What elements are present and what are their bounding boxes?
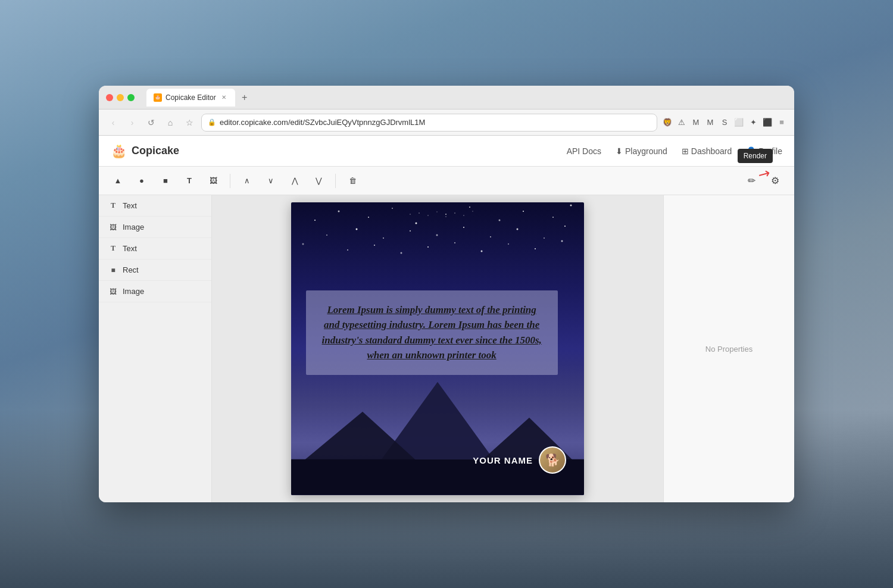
svg-point-14 <box>410 230 411 232</box>
home-button[interactable]: ⌂ <box>163 115 177 130</box>
move-down-btn[interactable]: ∨ <box>261 171 280 190</box>
more-button[interactable]: ≡ <box>776 117 787 128</box>
dashboard-icon: ⊞ <box>682 146 689 156</box>
circle-tool[interactable]: ● <box>132 171 151 190</box>
skype-icon[interactable]: S <box>719 117 730 128</box>
tab-favicon: 🎂 <box>154 93 162 102</box>
svg-point-2 <box>368 217 369 218</box>
svg-point-11 <box>326 234 327 236</box>
text-icon-1: T <box>108 201 118 210</box>
reload-button[interactable]: ↺ <box>144 115 158 130</box>
svg-point-33 <box>427 215 429 216</box>
no-properties-label: No Properties <box>705 345 753 354</box>
svg-point-24 <box>401 252 402 254</box>
sidebar-item-image-1[interactable]: 🖼 Image <box>99 217 211 238</box>
divider-1 <box>230 174 230 188</box>
app-header: 🎂 Copicake API Docs ⬇ Playground ⊞ Dashb… <box>99 136 794 167</box>
badge-avatar: 🐕 <box>539 446 566 474</box>
logo-icon: 🎂 <box>111 143 127 159</box>
text-tool[interactable]: T <box>180 171 199 190</box>
overlay-text: Lorem Ipsum is simply dummy text of the … <box>320 302 544 363</box>
svg-point-16 <box>463 227 464 228</box>
toolbar-right: Render ↗ ✏ ⚙ <box>742 171 785 190</box>
svg-point-28 <box>508 243 509 245</box>
triangle-tool[interactable]: ▲ <box>108 171 127 190</box>
canvas-container: Lorem Ipsum is simply dummy text of the … <box>291 202 584 495</box>
badge-name-text: YOUR NAME <box>473 455 533 465</box>
svg-point-8 <box>523 211 524 212</box>
move-top-btn[interactable]: ⋀ <box>285 171 304 190</box>
render-tooltip: Render <box>738 149 773 163</box>
browser-extensions: 🦁 ⚠ M M S ⬜ ✦ ⬛ ≡ <box>662 117 787 128</box>
canvas-image: Lorem Ipsum is simply dummy text of the … <box>291 202 584 495</box>
image-icon-1: 🖼 <box>108 223 118 232</box>
svg-point-20 <box>564 226 566 227</box>
move-bottom-btn[interactable]: ⋁ <box>309 171 328 190</box>
traffic-lights <box>106 94 135 101</box>
ext-icon-2[interactable]: ⬜ <box>733 117 744 128</box>
svg-point-0 <box>314 220 316 221</box>
title-bar: 🎂 Copicake Editor ✕ + <box>99 86 794 110</box>
main-content: T Text 🖼 Image T Text ■ Rect 🖼 Image <box>99 195 794 502</box>
sidebar-item-label-image-2: Image <box>123 287 144 296</box>
sidebar-item-label-rect-1: Rect <box>123 265 139 274</box>
api-docs-link[interactable]: API Docs <box>567 146 601 156</box>
text-icon-2: T <box>108 244 118 253</box>
svg-point-12 <box>356 229 358 230</box>
app-name: Copicake <box>132 145 179 157</box>
app-logo: 🎂 Copicake <box>111 143 179 159</box>
svg-point-34 <box>436 211 438 212</box>
svg-point-29 <box>535 248 536 249</box>
sidebar-item-label-image-1: Image <box>123 223 144 232</box>
svg-point-26 <box>454 242 455 243</box>
image-tool[interactable]: 🖼 <box>204 171 223 190</box>
move-up-btn[interactable]: ∧ <box>238 171 257 190</box>
browser-window: 🎂 Copicake Editor ✕ + ‹ › ↺ ⌂ ☆ 🔒 editor… <box>99 86 794 502</box>
rect-tool[interactable]: ■ <box>156 171 175 190</box>
svg-point-5 <box>445 214 447 215</box>
medium-icon[interactable]: M <box>705 117 716 128</box>
back-button[interactable]: ‹ <box>106 115 120 130</box>
bookmark-button[interactable]: ☆ <box>182 115 196 130</box>
url-text: editor.copicake.com/edit/SZvbcJuiEQyVtpn… <box>220 118 651 127</box>
tab-close-button[interactable]: ✕ <box>220 93 228 102</box>
svg-point-36 <box>454 212 455 214</box>
svg-point-27 <box>481 251 483 252</box>
svg-point-35 <box>445 216 447 217</box>
sidebar-item-rect-1[interactable]: ■ Rect <box>99 259 211 281</box>
name-badge: YOUR NAME 🐕 <box>473 446 566 474</box>
maximize-button[interactable] <box>127 94 135 101</box>
close-button[interactable] <box>106 94 113 101</box>
ext-icon-4[interactable]: ⬛ <box>762 117 773 128</box>
url-bar-row: ‹ › ↺ ⌂ ☆ 🔒 editor.copicake.com/edit/SZv… <box>99 110 794 136</box>
rect-icon-1: ■ <box>108 266 118 274</box>
sidebar-item-image-2[interactable]: 🖼 Image <box>99 281 211 302</box>
svg-point-21 <box>302 243 304 245</box>
ext-icon-1[interactable]: ⚠ <box>676 117 687 128</box>
svg-point-19 <box>544 237 545 239</box>
minimize-button[interactable] <box>117 94 124 101</box>
sidebar-item-label-text-2: Text <box>123 244 137 253</box>
sidebar-item-text-1[interactable]: T Text <box>99 195 211 217</box>
svg-point-15 <box>436 234 438 236</box>
image-icon-2: 🖼 <box>108 287 118 296</box>
url-input[interactable]: 🔒 editor.copicake.com/edit/SZvbcJuiEQyVt… <box>201 114 657 132</box>
forward-button[interactable]: › <box>125 115 139 130</box>
properties-panel: No Properties <box>663 195 794 502</box>
new-tab-button[interactable]: + <box>238 90 252 105</box>
gmail-icon[interactable]: M <box>691 117 701 128</box>
dashboard-link[interactable]: ⊞ Dashboard <box>682 146 732 156</box>
brave-icon[interactable]: 🦁 <box>662 117 673 128</box>
ext-icon-3[interactable]: ✦ <box>748 117 758 128</box>
delete-btn[interactable]: 🗑 <box>343 171 362 190</box>
svg-point-25 <box>427 246 429 248</box>
sidebar-item-text-2[interactable]: T Text <box>99 238 211 259</box>
canvas-area[interactable]: Lorem Ipsum is simply dummy text of the … <box>212 195 663 502</box>
playground-link[interactable]: ⬇ Playground <box>616 146 667 156</box>
svg-point-37 <box>463 215 464 216</box>
svg-point-30 <box>561 240 563 242</box>
svg-point-3 <box>392 208 393 209</box>
active-tab[interactable]: 🎂 Copicake Editor ✕ <box>146 89 235 107</box>
tab-title: Copicake Editor <box>166 93 216 102</box>
svg-point-18 <box>517 229 519 230</box>
